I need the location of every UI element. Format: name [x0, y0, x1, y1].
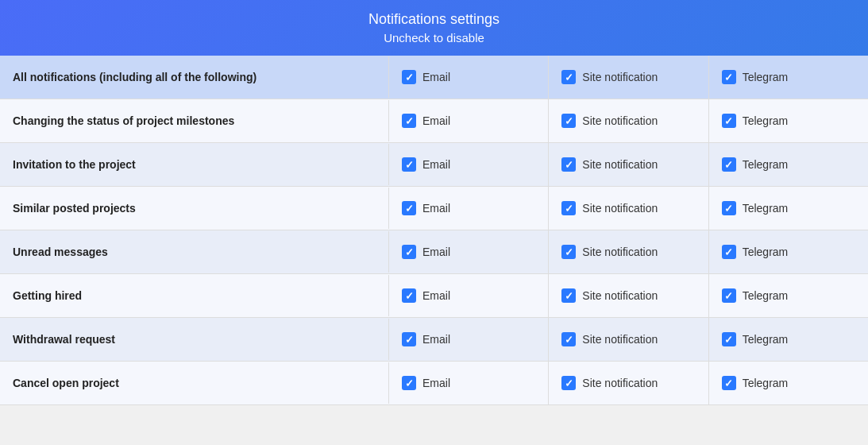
- row-label: All notifications (including all of the …: [0, 56, 389, 98]
- col-telegram[interactable]: Telegram: [709, 230, 868, 273]
- telegram-checkbox[interactable]: [722, 157, 736, 172]
- table-row: Similar posted projectsEmailSite notific…: [0, 187, 868, 230]
- col-email[interactable]: Email: [389, 143, 549, 186]
- email-label: Email: [422, 246, 450, 258]
- email-label: Email: [422, 289, 450, 302]
- site-checkbox[interactable]: [561, 201, 576, 215]
- col-site[interactable]: Site notification: [549, 362, 708, 404]
- row-label: Similar posted projects: [0, 188, 389, 229]
- row-label: Changing the status of project milestone…: [0, 100, 389, 141]
- header: Notifications settings Uncheck to disabl…: [0, 0, 868, 56]
- header-subtitle: Uncheck to disable: [16, 31, 852, 44]
- telegram-label: Telegram: [743, 158, 789, 171]
- table-row: Changing the status of project milestone…: [0, 99, 868, 143]
- row-label: Withdrawal request: [0, 319, 389, 360]
- email-label: Email: [422, 333, 450, 346]
- table-row: Invitation to the projectEmailSite notif…: [0, 143, 868, 187]
- col-email[interactable]: Email: [389, 362, 549, 404]
- telegram-checkbox[interactable]: [722, 332, 736, 346]
- table-row: Cancel open projectEmailSite notificatio…: [0, 362, 868, 405]
- site-label: Site notification: [582, 289, 658, 302]
- site-checkbox[interactable]: [561, 245, 576, 259]
- site-label: Site notification: [582, 333, 658, 346]
- email-checkbox[interactable]: [402, 376, 416, 390]
- col-email[interactable]: Email: [389, 230, 549, 273]
- col-site[interactable]: Site notification: [549, 318, 708, 361]
- row-label: Invitation to the project: [0, 144, 389, 185]
- telegram-label: Telegram: [743, 114, 789, 127]
- col-telegram[interactable]: Telegram: [709, 143, 868, 186]
- col-telegram[interactable]: Telegram: [709, 187, 868, 230]
- notifications-table: All notifications (including all of the …: [0, 56, 868, 405]
- table-row: Getting hiredEmailSite notificationTeleg…: [0, 274, 868, 318]
- row-label: Unread messages: [0, 231, 389, 273]
- email-label: Email: [422, 158, 450, 171]
- email-checkbox[interactable]: [402, 157, 416, 172]
- email-checkbox[interactable]: [402, 70, 416, 84]
- email-label: Email: [422, 114, 450, 127]
- email-checkbox[interactable]: [402, 245, 416, 259]
- telegram-checkbox[interactable]: [722, 288, 736, 303]
- email-checkbox[interactable]: [402, 201, 416, 215]
- row-label: Cancel open project: [0, 362, 389, 404]
- col-telegram[interactable]: Telegram: [709, 56, 868, 99]
- site-checkbox[interactable]: [561, 114, 576, 128]
- header-title: Notifications settings: [16, 11, 852, 28]
- email-checkbox[interactable]: [402, 332, 416, 346]
- col-email[interactable]: Email: [389, 274, 549, 317]
- table-row: All notifications (including all of the …: [0, 56, 868, 99]
- site-label: Site notification: [582, 377, 658, 389]
- email-label: Email: [422, 377, 450, 389]
- table-row: Unread messagesEmailSite notificationTel…: [0, 230, 868, 274]
- site-checkbox[interactable]: [561, 376, 576, 390]
- col-site[interactable]: Site notification: [549, 230, 708, 273]
- col-telegram[interactable]: Telegram: [709, 99, 868, 142]
- col-email[interactable]: Email: [389, 56, 549, 99]
- col-site[interactable]: Site notification: [549, 274, 708, 317]
- telegram-checkbox[interactable]: [722, 70, 736, 84]
- site-label: Site notification: [582, 158, 658, 171]
- table-row: Withdrawal requestEmailSite notification…: [0, 318, 868, 362]
- col-telegram[interactable]: Telegram: [709, 362, 868, 404]
- site-checkbox[interactable]: [561, 157, 576, 172]
- telegram-label: Telegram: [743, 289, 789, 302]
- col-email[interactable]: Email: [389, 99, 549, 142]
- telegram-label: Telegram: [743, 246, 789, 258]
- site-label: Site notification: [582, 71, 658, 83]
- email-label: Email: [422, 71, 450, 83]
- telegram-checkbox[interactable]: [722, 114, 736, 128]
- site-label: Site notification: [582, 246, 658, 258]
- col-site[interactable]: Site notification: [549, 99, 708, 142]
- telegram-label: Telegram: [743, 377, 789, 389]
- email-checkbox[interactable]: [402, 288, 416, 303]
- col-telegram[interactable]: Telegram: [709, 274, 868, 317]
- col-site[interactable]: Site notification: [549, 56, 708, 99]
- telegram-label: Telegram: [743, 202, 789, 215]
- col-site[interactable]: Site notification: [549, 143, 708, 186]
- email-label: Email: [422, 202, 450, 215]
- site-checkbox[interactable]: [561, 288, 576, 303]
- site-label: Site notification: [582, 202, 658, 215]
- telegram-checkbox[interactable]: [722, 201, 736, 215]
- telegram-label: Telegram: [743, 71, 789, 83]
- site-checkbox[interactable]: [561, 70, 576, 84]
- col-telegram[interactable]: Telegram: [709, 318, 868, 361]
- telegram-checkbox[interactable]: [722, 376, 736, 390]
- telegram-label: Telegram: [743, 333, 789, 346]
- col-email[interactable]: Email: [389, 318, 549, 361]
- telegram-checkbox[interactable]: [722, 245, 736, 259]
- site-label: Site notification: [582, 114, 658, 127]
- col-email[interactable]: Email: [389, 187, 549, 230]
- row-label: Getting hired: [0, 275, 389, 316]
- site-checkbox[interactable]: [561, 332, 576, 346]
- col-site[interactable]: Site notification: [549, 187, 708, 230]
- email-checkbox[interactable]: [402, 114, 416, 128]
